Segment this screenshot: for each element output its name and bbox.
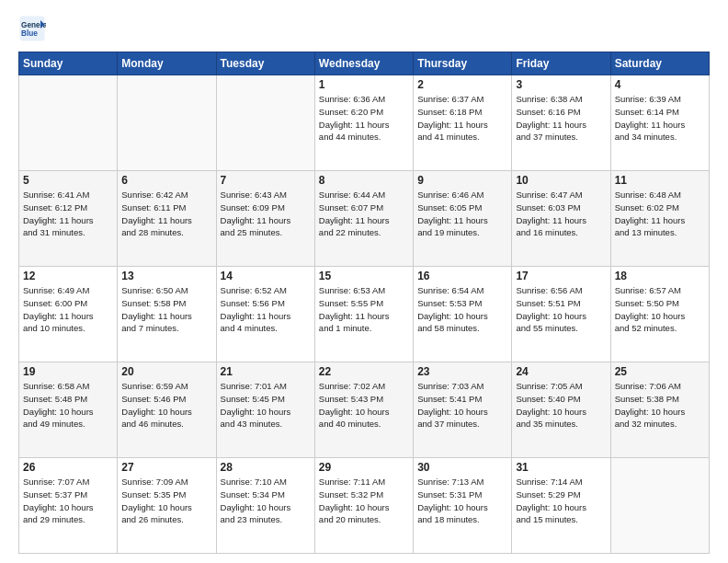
day-info: Sunrise: 7:11 AM Sunset: 5:32 PM Dayligh… [319,476,409,526]
weekday-header-sunday: Sunday [19,52,118,75]
day-number: 28 [221,461,311,474]
day-number: 5 [23,174,113,187]
calendar-week-3: 12Sunrise: 6:49 AM Sunset: 6:00 PM Dayli… [19,267,710,362]
day-info: Sunrise: 7:13 AM Sunset: 5:31 PM Dayligh… [417,476,507,526]
weekday-header-saturday: Saturday [610,52,709,75]
day-number: 2 [417,78,507,91]
calendar-cell: 13Sunrise: 6:50 AM Sunset: 5:58 PM Dayli… [118,267,216,362]
calendar-cell: 10Sunrise: 6:47 AM Sunset: 6:03 PM Dayli… [512,171,610,267]
calendar-cell: 1Sunrise: 6:36 AM Sunset: 6:20 PM Daylig… [314,75,413,171]
day-info: Sunrise: 6:48 AM Sunset: 6:02 PM Dayligh… [615,189,705,239]
day-number: 25 [615,365,705,378]
page: General Blue SundayMondayTuesdayWednesda… [0,0,728,563]
day-number: 16 [417,270,507,282]
day-info: Sunrise: 6:38 AM Sunset: 6:16 PM Dayligh… [516,93,606,144]
calendar-cell: 4Sunrise: 6:39 AM Sunset: 6:14 PM Daylig… [610,75,709,171]
weekday-header-monday: Monday [118,52,216,75]
day-number: 10 [516,174,606,187]
calendar-cell: 26Sunrise: 7:07 AM Sunset: 5:37 PM Dayli… [19,458,118,554]
day-number: 26 [23,461,113,474]
day-number: 17 [516,270,606,282]
day-info: Sunrise: 7:07 AM Sunset: 5:37 PM Dayligh… [23,476,113,526]
day-info: Sunrise: 7:14 AM Sunset: 5:29 PM Dayligh… [516,476,606,526]
calendar-cell: 31Sunrise: 7:14 AM Sunset: 5:29 PM Dayli… [512,458,610,554]
day-info: Sunrise: 6:56 AM Sunset: 5:51 PM Dayligh… [516,284,606,335]
calendar-cell: 9Sunrise: 6:46 AM Sunset: 6:05 PM Daylig… [414,171,512,267]
day-number: 21 [221,365,311,378]
calendar-cell: 6Sunrise: 6:42 AM Sunset: 6:11 PM Daylig… [118,171,216,267]
weekday-header-friday: Friday [512,52,610,75]
day-info: Sunrise: 6:36 AM Sunset: 6:20 PM Dayligh… [319,93,409,144]
day-info: Sunrise: 7:03 AM Sunset: 5:41 PM Dayligh… [417,380,507,431]
day-info: Sunrise: 6:57 AM Sunset: 5:50 PM Dayligh… [615,284,705,335]
day-info: Sunrise: 6:39 AM Sunset: 6:14 PM Dayligh… [615,93,705,144]
calendar-cell [19,75,118,171]
day-info: Sunrise: 6:50 AM Sunset: 5:58 PM Dayligh… [121,284,211,335]
day-number: 23 [417,365,507,378]
day-info: Sunrise: 6:44 AM Sunset: 6:07 PM Dayligh… [319,189,409,239]
calendar-cell: 14Sunrise: 6:52 AM Sunset: 5:56 PM Dayli… [216,267,314,362]
day-number: 12 [23,270,113,282]
calendar-week-4: 19Sunrise: 6:58 AM Sunset: 5:48 PM Dayli… [19,362,710,458]
day-info: Sunrise: 7:06 AM Sunset: 5:38 PM Dayligh… [615,380,705,431]
weekday-header-thursday: Thursday [414,52,512,75]
day-number: 3 [516,78,606,91]
calendar-cell: 8Sunrise: 6:44 AM Sunset: 6:07 PM Daylig… [314,171,413,267]
calendar-cell: 22Sunrise: 7:02 AM Sunset: 5:43 PM Dayli… [314,362,413,458]
day-info: Sunrise: 7:05 AM Sunset: 5:40 PM Dayligh… [516,380,606,431]
day-info: Sunrise: 6:42 AM Sunset: 6:11 PM Dayligh… [121,189,211,239]
day-number: 6 [121,174,211,187]
calendar-cell: 18Sunrise: 6:57 AM Sunset: 5:50 PM Dayli… [610,267,709,362]
day-info: Sunrise: 6:59 AM Sunset: 5:46 PM Dayligh… [121,380,211,431]
day-number: 8 [319,174,409,187]
calendar-cell: 5Sunrise: 6:41 AM Sunset: 6:12 PM Daylig… [19,171,118,267]
day-number: 27 [121,461,211,474]
calendar-cell: 23Sunrise: 7:03 AM Sunset: 5:41 PM Dayli… [414,362,512,458]
day-info: Sunrise: 6:54 AM Sunset: 5:53 PM Dayligh… [417,284,507,335]
calendar-cell: 20Sunrise: 6:59 AM Sunset: 5:46 PM Dayli… [118,362,216,458]
calendar-cell [610,458,709,554]
day-info: Sunrise: 7:10 AM Sunset: 5:34 PM Dayligh… [221,476,311,526]
day-number: 7 [221,174,311,187]
day-number: 9 [417,174,507,187]
day-info: Sunrise: 6:58 AM Sunset: 5:48 PM Dayligh… [23,380,113,431]
header: General Blue [18,15,710,42]
day-info: Sunrise: 7:02 AM Sunset: 5:43 PM Dayligh… [319,380,409,431]
day-info: Sunrise: 6:43 AM Sunset: 6:09 PM Dayligh… [221,189,311,239]
calendar-cell: 27Sunrise: 7:09 AM Sunset: 5:35 PM Dayli… [118,458,216,554]
calendar-cell: 24Sunrise: 7:05 AM Sunset: 5:40 PM Dayli… [512,362,610,458]
day-number: 20 [121,365,211,378]
calendar-cell: 11Sunrise: 6:48 AM Sunset: 6:02 PM Dayli… [610,171,709,267]
calendar-cell [216,75,314,171]
day-info: Sunrise: 6:47 AM Sunset: 6:03 PM Dayligh… [516,189,606,239]
day-number: 24 [516,365,606,378]
weekday-header-tuesday: Tuesday [216,52,314,75]
calendar-cell: 17Sunrise: 6:56 AM Sunset: 5:51 PM Dayli… [512,267,610,362]
svg-text:Blue: Blue [21,29,38,38]
day-info: Sunrise: 6:46 AM Sunset: 6:05 PM Dayligh… [417,189,507,239]
calendar-cell [118,75,216,171]
logo-icon: General Blue [18,15,46,42]
day-info: Sunrise: 6:37 AM Sunset: 6:18 PM Dayligh… [417,93,507,144]
calendar-cell: 2Sunrise: 6:37 AM Sunset: 6:18 PM Daylig… [414,75,512,171]
weekday-header-wednesday: Wednesday [314,52,413,75]
day-number: 15 [319,270,409,282]
logo: General Blue [18,15,46,42]
day-number: 14 [221,270,311,282]
calendar-cell: 16Sunrise: 6:54 AM Sunset: 5:53 PM Dayli… [414,267,512,362]
day-number: 4 [615,78,705,91]
day-info: Sunrise: 7:09 AM Sunset: 5:35 PM Dayligh… [121,476,211,526]
calendar-week-1: 1Sunrise: 6:36 AM Sunset: 6:20 PM Daylig… [19,75,710,171]
day-number: 22 [319,365,409,378]
calendar-cell: 29Sunrise: 7:11 AM Sunset: 5:32 PM Dayli… [314,458,413,554]
calendar-week-5: 26Sunrise: 7:07 AM Sunset: 5:37 PM Dayli… [19,458,710,554]
calendar-week-2: 5Sunrise: 6:41 AM Sunset: 6:12 PM Daylig… [19,171,710,267]
calendar-cell: 25Sunrise: 7:06 AM Sunset: 5:38 PM Dayli… [610,362,709,458]
day-number: 30 [417,461,507,474]
day-info: Sunrise: 6:52 AM Sunset: 5:56 PM Dayligh… [221,284,311,335]
day-info: Sunrise: 6:41 AM Sunset: 6:12 PM Dayligh… [23,189,113,239]
day-info: Sunrise: 7:01 AM Sunset: 5:45 PM Dayligh… [221,380,311,431]
calendar-cell: 30Sunrise: 7:13 AM Sunset: 5:31 PM Dayli… [414,458,512,554]
calendar-cell: 21Sunrise: 7:01 AM Sunset: 5:45 PM Dayli… [216,362,314,458]
calendar-cell: 15Sunrise: 6:53 AM Sunset: 5:55 PM Dayli… [314,267,413,362]
